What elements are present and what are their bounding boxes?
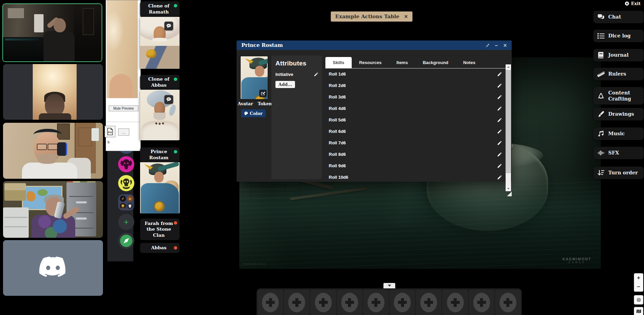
webcam-tile-4[interactable] (3, 181, 103, 238)
skill-row[interactable]: Roll 5d6 (325, 114, 506, 125)
character-portrait[interactable] (140, 162, 180, 213)
drawer-unit (3, 207, 29, 238)
sidebar-item-label: Turn order (608, 170, 641, 176)
webcam-tile-1[interactable] (2, 3, 102, 62)
character-card-header[interactable]: Abbas (140, 243, 180, 253)
dialog-title-bar[interactable]: Prince Rostam (237, 40, 512, 50)
chip-close-icon[interactable]: ✕ (404, 14, 408, 19)
zoom-out-button[interactable]: − (634, 282, 643, 292)
skill-label: Roll 4d6 (329, 106, 346, 111)
edit-attribute-icon[interactable] (314, 73, 318, 77)
example-actions-table-chip[interactable]: Example Actions Table ✕ (331, 11, 412, 22)
edit-skill-icon[interactable] (497, 141, 502, 145)
skill-row[interactable]: Roll 8d6 (325, 148, 506, 160)
sidebar-item-drawings[interactable]: Drawings (593, 108, 644, 120)
sidebar-item-music[interactable]: Music (593, 127, 644, 140)
action-slot-add-button[interactable] (337, 290, 363, 315)
tab-background[interactable]: Background (415, 57, 456, 68)
character-portrait[interactable] (140, 17, 180, 69)
tab-skills[interactable]: Skills (325, 57, 352, 68)
sidebar-item-chat[interactable]: Chat (593, 11, 644, 23)
cabinet-handle (76, 201, 87, 203)
action-slot-add-button[interactable] (284, 290, 310, 315)
server-folder[interactable] (118, 194, 134, 210)
character-card-header[interactable]: Prince Rostam (140, 147, 180, 162)
server-icon-skull-art[interactable] (118, 175, 134, 191)
sidebar-item-journal[interactable]: Journal (593, 49, 644, 61)
action-slot-add-button[interactable] (363, 290, 389, 315)
person-head (54, 18, 66, 32)
close-window-icon[interactable] (503, 43, 508, 48)
edit-skill-icon[interactable] (497, 83, 502, 88)
color-button[interactable]: Color (241, 109, 266, 117)
sidebar-item-turn-order[interactable]: Turn order (593, 167, 644, 179)
character-avatar[interactable] (241, 56, 268, 99)
scroll-down-button[interactable] (506, 186, 511, 191)
webcam-tile-3[interactable] (3, 123, 103, 179)
server-icon-ram-skull[interactable] (118, 156, 134, 172)
avatar-label[interactable]: Avatar (238, 101, 253, 106)
edit-skill-icon[interactable] (497, 95, 502, 99)
edit-skill-icon[interactable] (497, 152, 502, 156)
action-slot-add-button[interactable] (469, 290, 494, 315)
edit-skill-icon[interactable] (497, 72, 502, 76)
webcam-tile-2[interactable] (3, 64, 103, 120)
scrollbar-thumb[interactable] (506, 70, 511, 173)
character-name: Abbas (151, 245, 167, 251)
sidebar-item-sfx[interactable]: SFX (593, 147, 644, 159)
edit-skill-icon[interactable] (497, 175, 502, 179)
character-card-header[interactable]: Clone of Abbas (140, 75, 180, 90)
webcam-tile-discord[interactable] (3, 240, 103, 296)
action-slot-add-button[interactable] (416, 290, 441, 315)
edit-avatar-icon[interactable] (259, 90, 267, 97)
zoom-in-button[interactable]: + (634, 273, 643, 283)
action-slot-add-button[interactable] (442, 290, 468, 315)
edit-skill-icon[interactable] (497, 106, 502, 111)
toggle-map-button[interactable] (634, 307, 643, 315)
token-label[interactable]: Token (258, 101, 272, 106)
skill-row[interactable]: Roll 9d6 (325, 160, 506, 171)
skill-row[interactable]: Roll 7d6 (325, 137, 506, 148)
center-view-button[interactable] (634, 295, 643, 305)
plus-icon (500, 293, 516, 312)
mute-preview-button[interactable]: Mute Preview (109, 106, 138, 111)
skill-label: Roll 1d6 (329, 71, 346, 77)
edit-skill-icon[interactable] (497, 118, 502, 122)
action-bar-collapse-tab[interactable] (383, 283, 395, 288)
edit-skill-icon[interactable] (497, 164, 502, 168)
character-card-header[interactable]: Farah from the Stone Clan (140, 219, 180, 240)
sidebar-item-content-crafting[interactable]: Content Crafting (593, 87, 644, 105)
minimize-window-icon[interactable] (494, 43, 499, 48)
character-card-header[interactable]: Clone of Ramath (140, 1, 180, 17)
add-server-button[interactable]: + (118, 214, 134, 230)
explore-servers-button[interactable] (118, 233, 134, 249)
skill-row[interactable]: Roll 1d6 (325, 68, 506, 80)
sidebar-item-rulers[interactable]: Rulers (593, 68, 644, 80)
resize-grip[interactable] (507, 192, 512, 196)
skill-row[interactable]: Roll 4d6 (325, 103, 506, 114)
action-slot-add-button[interactable] (258, 290, 283, 315)
action-slot-add-button[interactable] (495, 290, 521, 315)
skill-row[interactable]: Roll 2d6 (325, 80, 506, 91)
image-file-button[interactable]: PG (105, 126, 115, 137)
status-dot (174, 150, 177, 153)
whisper-chat-icon[interactable] (164, 22, 173, 30)
exit-button[interactable]: Exit (625, 1, 641, 6)
skill-row[interactable]: Roll 6d6 (325, 125, 506, 137)
action-slot-add-button[interactable] (390, 290, 415, 315)
skill-row[interactable]: Roll 10d6 (325, 171, 506, 182)
sheet-scrollbar[interactable] (506, 64, 511, 191)
action-slot-add-button[interactable] (310, 290, 336, 315)
sidebar-item-dice-log[interactable]: Dice log (593, 30, 644, 42)
tab-items[interactable]: Items (389, 57, 415, 68)
pin-window-icon[interactable] (485, 43, 490, 48)
tab-notes[interactable]: Notes (456, 57, 483, 68)
skill-row[interactable]: Roll 3d6 (325, 91, 506, 103)
add-attribute-button[interactable]: Add... (275, 81, 295, 88)
more-options-button[interactable]: ... (118, 128, 129, 136)
character-portrait[interactable] (140, 90, 180, 140)
whisper-chat-icon[interactable] (164, 95, 173, 104)
scroll-up-button[interactable] (506, 64, 511, 69)
tab-resources[interactable]: Resources (352, 57, 389, 68)
edit-skill-icon[interactable] (497, 129, 502, 134)
